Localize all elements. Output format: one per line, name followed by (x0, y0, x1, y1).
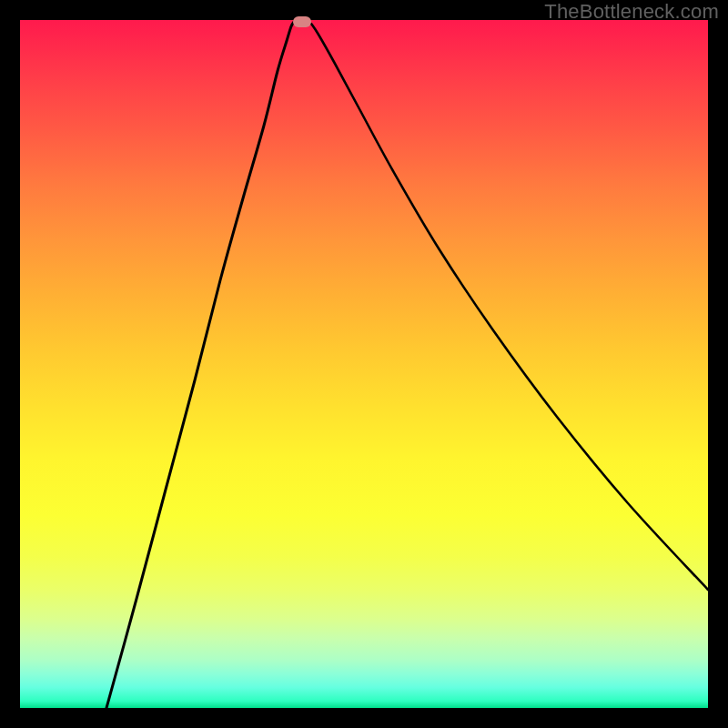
curve-left-branch (106, 22, 294, 708)
chart-area (20, 20, 708, 708)
curve-svg (20, 20, 708, 708)
bottleneck-marker (293, 16, 311, 27)
watermark-text: TheBottleneck.com (544, 0, 719, 24)
curve-right-branch (311, 24, 708, 590)
